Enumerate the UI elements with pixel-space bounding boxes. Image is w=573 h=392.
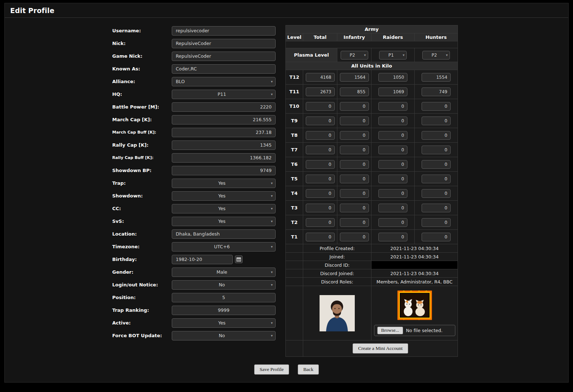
unit-input-t4-total[interactable] bbox=[306, 189, 335, 198]
unit-input-t6-raiders[interactable] bbox=[378, 160, 407, 169]
unit-cell bbox=[337, 70, 371, 85]
hq-select[interactable]: P11▾ bbox=[172, 90, 276, 99]
rally-cap-input[interactable] bbox=[172, 140, 276, 150]
known-as-label: Known As: bbox=[112, 66, 172, 72]
plasma-select-hunters[interactable]: P2▾ bbox=[422, 51, 450, 60]
unit-input-t5-infantry[interactable] bbox=[340, 175, 369, 183]
avatar-file-input[interactable]: Browse... No file selected. bbox=[374, 325, 455, 336]
trap-ranking-input[interactable] bbox=[172, 306, 276, 315]
location-input[interactable] bbox=[172, 229, 276, 239]
force-bot-update-select[interactable]: No▾ bbox=[172, 331, 276, 340]
unit-input-t12-raiders[interactable] bbox=[378, 73, 407, 82]
showdown-bp-input[interactable] bbox=[172, 166, 276, 175]
unit-input-t9-total[interactable] bbox=[306, 117, 335, 125]
unit-input-t4-hunters[interactable] bbox=[422, 189, 451, 198]
save-profile-button[interactable]: Save Profile bbox=[254, 364, 289, 375]
unit-input-t4-infantry[interactable] bbox=[340, 189, 369, 198]
showdown-select[interactable]: Yes▾ bbox=[172, 191, 276, 201]
unit-input-t11-total[interactable] bbox=[306, 87, 335, 96]
unit-input-t3-raiders[interactable] bbox=[378, 204, 407, 212]
unit-cell bbox=[371, 215, 415, 230]
unit-cell bbox=[303, 201, 337, 215]
discord-joined-label: Discord Joined: bbox=[303, 269, 371, 278]
form-row-alliance: Alliance: BLO▾ bbox=[112, 75, 280, 88]
unit-cell bbox=[337, 128, 371, 143]
unit-input-t10-total[interactable] bbox=[306, 102, 335, 111]
units-header-row: All Units in Kilo bbox=[286, 62, 458, 70]
unit-input-t7-hunters[interactable] bbox=[422, 146, 451, 154]
meta-spacer-cell bbox=[286, 278, 303, 286]
trap-select[interactable]: Yes▾ bbox=[172, 179, 276, 188]
unit-input-t2-hunters[interactable] bbox=[422, 218, 451, 227]
march-cap-buff-input[interactable] bbox=[172, 128, 276, 137]
unit-input-t12-total[interactable] bbox=[306, 73, 335, 82]
unit-input-t4-raiders[interactable] bbox=[378, 189, 407, 198]
page-header: Edit Profile bbox=[5, 3, 568, 18]
username-input[interactable] bbox=[172, 26, 276, 36]
unit-input-t2-infantry[interactable] bbox=[340, 218, 369, 227]
unit-input-t9-raiders[interactable] bbox=[378, 117, 407, 125]
plasma-select-raiders[interactable]: P1▾ bbox=[379, 51, 407, 60]
unit-input-t3-hunters[interactable] bbox=[422, 204, 451, 212]
unit-input-t5-hunters[interactable] bbox=[422, 175, 451, 183]
unit-input-t12-infantry[interactable] bbox=[340, 73, 369, 82]
unit-input-t11-raiders[interactable] bbox=[378, 87, 407, 96]
unit-input-t2-raiders[interactable] bbox=[378, 218, 407, 227]
unit-input-t8-hunters[interactable] bbox=[422, 131, 451, 140]
svs-select[interactable]: Yes▾ bbox=[172, 217, 276, 226]
unit-input-t1-total[interactable] bbox=[306, 233, 335, 241]
march-cap-input[interactable] bbox=[172, 115, 276, 124]
unit-input-t7-raiders[interactable] bbox=[378, 146, 407, 154]
unit-input-t10-infantry[interactable] bbox=[340, 102, 369, 111]
active-select[interactable]: Yes▾ bbox=[172, 318, 276, 328]
unit-input-t10-hunters[interactable] bbox=[422, 102, 451, 111]
browse-button[interactable]: Browse... bbox=[377, 327, 403, 334]
position-input[interactable] bbox=[172, 293, 276, 302]
unit-input-t1-raiders[interactable] bbox=[378, 233, 407, 241]
unit-cell bbox=[371, 114, 415, 128]
unit-input-t2-total[interactable] bbox=[306, 218, 335, 227]
unit-input-t9-infantry[interactable] bbox=[340, 117, 369, 125]
chevron-down-icon: ▾ bbox=[271, 334, 273, 338]
battle-power-input[interactable] bbox=[172, 102, 276, 112]
meta-row-discord-id: Discord ID: bbox=[286, 261, 458, 269]
cc-select[interactable]: Yes▾ bbox=[172, 204, 276, 213]
unit-input-t8-infantry[interactable] bbox=[340, 131, 369, 140]
nick-input[interactable] bbox=[172, 39, 276, 48]
unit-input-t9-hunters[interactable] bbox=[422, 117, 451, 125]
plasma-select-infantry[interactable]: P2▾ bbox=[341, 51, 368, 60]
unit-input-t1-hunters[interactable] bbox=[422, 233, 451, 241]
login-out-notice-select[interactable]: No▾ bbox=[172, 280, 276, 290]
unit-input-t11-infantry[interactable] bbox=[340, 87, 369, 96]
gender-select[interactable]: Male▾ bbox=[172, 268, 276, 277]
known-as-input[interactable] bbox=[172, 64, 276, 74]
rally-cap-buff-input[interactable] bbox=[172, 153, 276, 163]
unit-input-t5-total[interactable] bbox=[306, 175, 335, 183]
unit-input-t8-raiders[interactable] bbox=[378, 131, 407, 140]
unit-input-t8-total[interactable] bbox=[306, 131, 335, 140]
birthday-input[interactable] bbox=[172, 255, 233, 264]
alliance-select[interactable]: BLO▾ bbox=[172, 77, 276, 86]
unit-input-t6-hunters[interactable] bbox=[422, 160, 451, 169]
timezone-select[interactable]: UTC+6▾ bbox=[172, 242, 276, 252]
unit-input-t3-infantry[interactable] bbox=[340, 204, 369, 212]
battle-power-label: Battle Power [M]: bbox=[112, 104, 172, 110]
unit-cell bbox=[303, 143, 337, 157]
unit-input-t6-infantry[interactable] bbox=[340, 160, 369, 169]
unit-input-t7-total[interactable] bbox=[306, 146, 335, 154]
create-mini-account-button[interactable]: Create a Mini Account bbox=[353, 343, 408, 354]
app-window: Edit Profile Username: Nick: Game Nick: … bbox=[4, 3, 569, 383]
unit-input-t10-raiders[interactable] bbox=[378, 102, 407, 111]
unit-input-t11-hunters[interactable] bbox=[422, 87, 451, 96]
unit-input-t3-total[interactable] bbox=[306, 204, 335, 212]
kittens-image bbox=[397, 290, 432, 320]
game-nick-input[interactable] bbox=[172, 52, 276, 61]
unit-input-t5-raiders[interactable] bbox=[378, 175, 407, 183]
back-button[interactable]: Back bbox=[298, 364, 319, 375]
unit-input-t6-total[interactable] bbox=[306, 160, 335, 169]
plasma-select-infantry-value: P2 bbox=[343, 53, 362, 58]
unit-input-t7-infantry[interactable] bbox=[340, 146, 369, 154]
calendar-button[interactable] bbox=[235, 256, 243, 263]
unit-input-t1-infantry[interactable] bbox=[340, 233, 369, 241]
unit-input-t12-hunters[interactable] bbox=[422, 73, 451, 82]
